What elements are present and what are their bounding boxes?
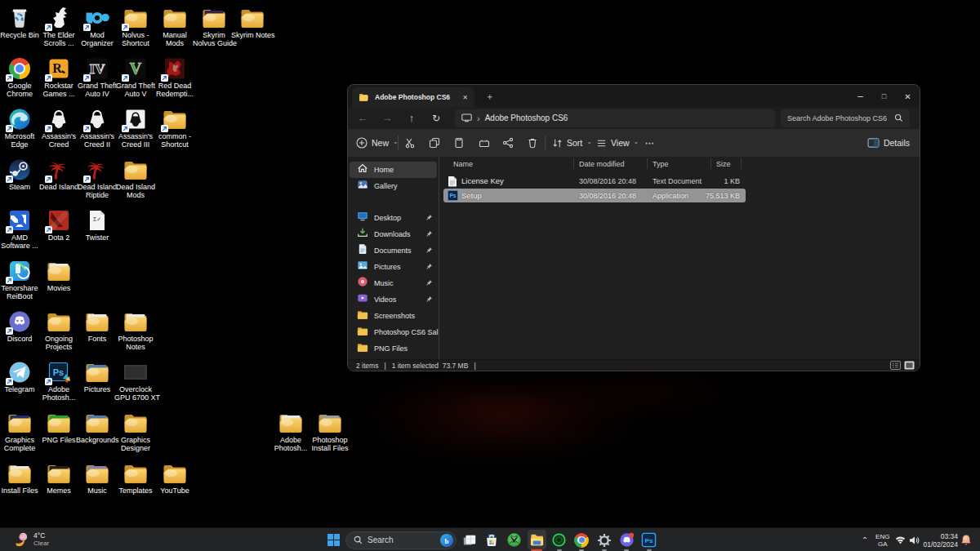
svg-text:V: V [130, 60, 142, 78]
svg-text:Σ✓: Σ✓ [93, 216, 101, 222]
svg-text:R: R [52, 61, 62, 75]
svg-text:IV: IV [90, 61, 106, 77]
svg-text:Ps: Ps [53, 367, 64, 377]
svg-text:b: b [444, 536, 448, 544]
svg-text:Ps: Ps [449, 193, 456, 198]
svg-text:Ps: Ps [645, 537, 653, 544]
